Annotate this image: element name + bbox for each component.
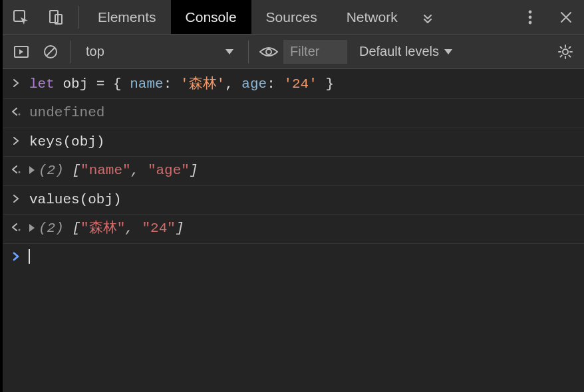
- output-chevron-icon: [5, 223, 29, 232]
- live-expression-icon[interactable]: [254, 39, 283, 65]
- devtools-tabstrip: Elements Console Sources Network: [3, 0, 584, 35]
- text-caret: [29, 249, 30, 264]
- log-levels-label: Default levels: [359, 44, 439, 59]
- console-value: undefined: [29, 103, 579, 123]
- console-code: values(obj): [29, 190, 579, 210]
- console-prompt-row[interactable]: [3, 244, 584, 272]
- tab-console[interactable]: Console: [171, 0, 251, 34]
- svg-point-12: [19, 229, 21, 231]
- toolbar-divider-2: [248, 41, 249, 63]
- overflow-tabs-icon[interactable]: [412, 0, 443, 34]
- tab-sources[interactable]: Sources: [251, 0, 332, 34]
- svg-point-4: [529, 15, 532, 19]
- svg-point-8: [266, 49, 271, 54]
- chevron-down-icon: [225, 49, 233, 54]
- console-input-row: keys(obj): [3, 128, 584, 157]
- output-chevron-icon: [5, 165, 29, 174]
- toggle-device-icon[interactable]: [39, 0, 74, 34]
- context-selector[interactable]: top: [76, 39, 243, 65]
- svg-rect-1: [50, 11, 58, 23]
- svg-point-10: [19, 114, 21, 116]
- filter-input[interactable]: [283, 40, 347, 64]
- console-code: keys(obj): [29, 132, 579, 152]
- console-input[interactable]: [29, 248, 579, 268]
- console-messages: let obj = { name: '森林', age: '24' } unde…: [3, 69, 584, 392]
- console-output-row: undefined: [3, 99, 584, 128]
- console-input-row: let obj = { name: '森林', age: '24' }: [3, 70, 584, 99]
- console-input-row: values(obj): [3, 186, 584, 215]
- kebab-menu-icon[interactable]: [512, 0, 548, 34]
- input-chevron-icon: [5, 78, 29, 88]
- input-chevron-icon: [5, 136, 29, 146]
- tab-divider: [78, 6, 79, 29]
- inspect-element-icon[interactable]: [3, 0, 39, 34]
- svg-point-3: [529, 10, 532, 13]
- svg-point-11: [19, 171, 21, 173]
- console-value: (2) ["name", "age"]: [29, 161, 579, 181]
- expand-object-icon[interactable]: [29, 166, 35, 174]
- console-code: let obj = { name: '森林', age: '24' }: [29, 74, 579, 94]
- toolbar-divider: [71, 41, 71, 63]
- tab-elements[interactable]: Elements: [83, 0, 171, 34]
- prompt-chevron-icon: [5, 252, 29, 261]
- console-value: (2) ["森林", "24"]: [29, 219, 579, 239]
- tab-network[interactable]: Network: [332, 0, 412, 34]
- expand-object-icon[interactable]: [29, 224, 35, 232]
- toggle-sidebar-icon[interactable]: [7, 39, 36, 65]
- console-output-row: (2) ["森林", "24"]: [3, 215, 584, 243]
- svg-point-9: [563, 49, 568, 54]
- chevron-down-icon: [444, 49, 452, 54]
- console-toolbar: top Default levels: [3, 35, 584, 69]
- log-levels-selector[interactable]: Default levels: [353, 39, 459, 65]
- clear-console-icon[interactable]: [36, 39, 65, 65]
- input-chevron-icon: [5, 194, 29, 203]
- console-output-row: (2) ["name", "age"]: [3, 157, 584, 185]
- console-settings-icon[interactable]: [551, 39, 580, 65]
- close-icon[interactable]: [548, 0, 584, 34]
- context-selector-label: top: [86, 44, 225, 59]
- output-chevron-icon: [5, 107, 29, 116]
- svg-point-5: [529, 21, 532, 24]
